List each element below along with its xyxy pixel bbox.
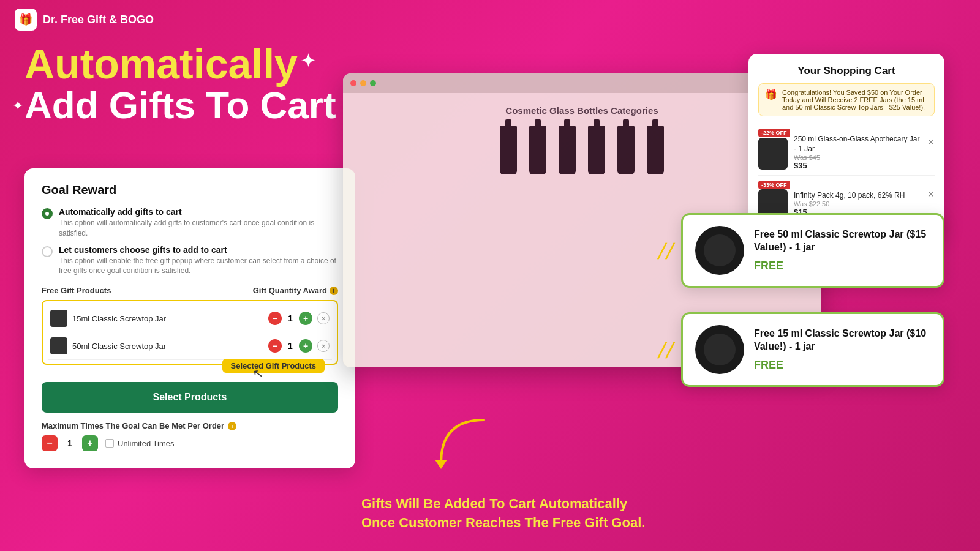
- gift-name-15ml: Free 15 ml Classic Screwtop Jar ($10 Val…: [754, 328, 930, 353]
- option-auto-label: Automatically add gifts to cart: [59, 207, 338, 217]
- browser-bottles-row: [500, 126, 664, 174]
- congrats-icon: 🎁: [765, 89, 777, 100]
- browser-page-title: Cosmetic Glass Bottles Categories: [505, 105, 658, 116]
- delete-product-1[interactable]: ✕: [317, 312, 330, 324]
- cart-thumb-1: [758, 138, 788, 170]
- product-row-1: 15ml Classic Screwtop Jar − 1 + ✕: [48, 305, 332, 332]
- max-info-icon: i: [228, 422, 236, 430]
- gift-free-50ml: FREE: [754, 260, 930, 272]
- option-customer-choose[interactable]: Let customers choose gifts to add to car…: [42, 245, 338, 277]
- cart-item-info-1: 250 ml Glass-on-Glass Apothecary Jar - 1…: [794, 135, 921, 170]
- product-row-2: 50ml Classic Screwtop Jar − 1 + ✕: [48, 332, 332, 360]
- radio-auto-add[interactable]: [42, 208, 53, 219]
- cart-item-was-2: Was $22.50: [794, 200, 921, 208]
- qty-info-icon: i: [330, 287, 338, 295]
- products-table: 15ml Classic Screwtop Jar − 1 + ✕ 50ml C…: [42, 300, 338, 365]
- bottom-text: Gifts Will Be Added To Cart Automaticall…: [361, 495, 943, 533]
- gift-jar-inner-50ml: [704, 234, 736, 266]
- gift-jar-inner-15ml: [704, 334, 736, 365]
- dashes-2: ╱╱: [658, 343, 674, 359]
- hero-section: Automatically Add Gifts To Cart: [24, 43, 336, 126]
- option-auto-add[interactable]: Automatically add gifts to cart This opt…: [42, 207, 338, 239]
- bottle-5: [617, 126, 635, 174]
- app-logo: 🎁: [15, 9, 37, 31]
- dashes-1: ╱╱: [658, 244, 674, 260]
- bottle-2: [529, 126, 546, 174]
- bottom-text-content: Gifts Will Be Added To Cart Automaticall…: [361, 496, 645, 530]
- goal-reward-card: Goal Reward Automatically add gifts to c…: [24, 168, 355, 468]
- cart-item-remove-2[interactable]: ✕: [927, 189, 935, 199]
- gift-qty-label: Gift Quantity Award i: [253, 286, 338, 295]
- header: 🎁 Dr. Free Gift & BOGO: [0, 0, 980, 39]
- arrow-decoration: [429, 414, 502, 478]
- bottle-1: [500, 126, 517, 174]
- app-title: Dr. Free Gift & BOGO: [43, 13, 154, 26]
- browser-close-dot: [350, 80, 356, 86]
- option-auto-desc: This option will automatically add gifts…: [59, 218, 338, 239]
- gift-card-50ml: Free 50 ml Classic Screwtop Jar ($15 Val…: [681, 213, 944, 288]
- free-gift-products-label: Free Gift Products: [42, 286, 111, 295]
- gift-info-50ml: Free 50 ml Classic Screwtop Jar ($15 Val…: [754, 228, 930, 273]
- product-name-2: 50ml Classic Screwtop Jar: [72, 342, 263, 351]
- unlimited-label: Unlimited Times: [118, 439, 174, 448]
- cart-badge-1: -22% OFF: [758, 129, 790, 137]
- cart-title: Your Shopping Cart: [758, 65, 935, 77]
- gift-name-50ml: Free 50 ml Classic Screwtop Jar ($15 Val…: [754, 228, 930, 254]
- qty-minus-2[interactable]: −: [268, 339, 282, 353]
- gift-qty-text: Gift Quantity Award: [253, 286, 327, 295]
- svg-marker-0: [435, 460, 447, 469]
- cart-item-price-1: $35: [794, 161, 921, 170]
- qty-control-2: − 1 +: [268, 339, 312, 353]
- max-times-controls: − 1 + Unlimited Times: [42, 435, 338, 451]
- bottle-4: [588, 126, 605, 174]
- max-times-label: Maximum Times The Goal Can Be Met Per Or…: [42, 421, 338, 430]
- bottle-6: [647, 126, 664, 174]
- cart-item-name-2: Infinity Pack 4g, 10 pack, 62% RH: [794, 191, 921, 201]
- unlimited-times-option[interactable]: Unlimited Times: [105, 439, 174, 448]
- hero-line1: Automatically: [24, 43, 336, 84]
- max-minus-btn[interactable]: −: [42, 435, 58, 451]
- selected-gift-badge: Selected Gift Products: [222, 359, 325, 373]
- option-choose-desc: This option will enable the free gift po…: [59, 256, 338, 277]
- gift-jar-50ml: [695, 226, 744, 275]
- select-products-button[interactable]: Select Products: [42, 382, 338, 413]
- cart-badge-2: -33% OFF: [758, 181, 790, 189]
- unlimited-checkbox[interactable]: [105, 439, 114, 448]
- qty-plus-1[interactable]: +: [299, 312, 312, 325]
- qty-num-1: 1: [285, 313, 295, 323]
- gift-info-15ml: Free 15 ml Classic Screwtop Jar ($10 Val…: [754, 328, 930, 372]
- max-times-section: Maximum Times The Goal Can Be Met Per Or…: [42, 421, 338, 451]
- product-name-1: 15ml Classic Screwtop Jar: [72, 314, 263, 323]
- delete-product-2[interactable]: ✕: [317, 340, 330, 352]
- browser-minimize-dot: [360, 80, 366, 86]
- browser-expand-dot: [370, 80, 376, 86]
- congrats-text: Congratulations! You Saved $50 on Your O…: [782, 89, 928, 111]
- product-thumb-1: [50, 310, 67, 327]
- max-plus-btn[interactable]: +: [82, 435, 98, 451]
- gift-card-15ml: Free 15 ml Classic Screwtop Jar ($10 Val…: [681, 312, 944, 387]
- qty-plus-2[interactable]: +: [299, 339, 312, 353]
- cart-item-was-1: Was $45: [794, 154, 921, 161]
- cart-item-name-1: 250 ml Glass-on-Glass Apothecary Jar - 1…: [794, 135, 921, 154]
- option-choose-label: Let customers choose gifts to add to car…: [59, 245, 338, 255]
- star-decoration-left: ✦: [12, 98, 23, 114]
- cart-item-remove-1[interactable]: ✕: [927, 137, 935, 147]
- radio-customer-choose[interactable]: [42, 246, 53, 257]
- goal-card-title: Goal Reward: [42, 183, 338, 197]
- product-thumb-2: [50, 337, 67, 354]
- hero-line2: Add Gifts To Cart: [24, 84, 336, 126]
- qty-num-2: 1: [285, 341, 295, 351]
- cart-congrats-banner: 🎁 Congratulations! You Saved $50 on Your…: [758, 83, 935, 116]
- shopping-cart-panel: Your Shopping Cart 🎁 Congratulations! Yo…: [748, 54, 944, 238]
- cart-item-1: -22% OFF 250 ml Glass-on-Glass Apothecar…: [758, 124, 935, 176]
- gift-jar-15ml: [695, 325, 744, 374]
- qty-control-1: − 1 +: [268, 312, 312, 325]
- gift-free-15ml: FREE: [754, 359, 930, 372]
- qty-minus-1[interactable]: −: [268, 312, 282, 325]
- max-qty-num: 1: [65, 438, 75, 448]
- bottle-3: [559, 126, 576, 174]
- products-header: Free Gift Products Gift Quantity Award i: [42, 286, 338, 295]
